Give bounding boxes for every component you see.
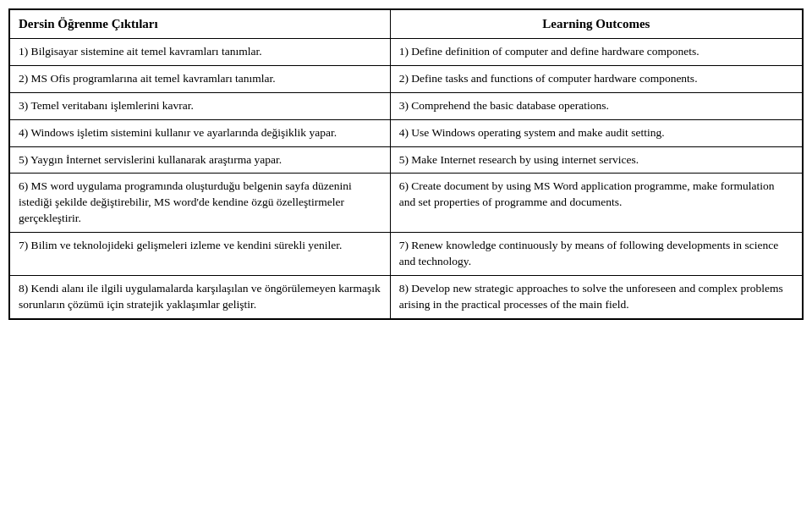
row-6-right: 6) Create document by using MS Word appl… xyxy=(390,174,803,233)
table-row: 4) Windows işletim sistemini kullanır ve… xyxy=(9,119,803,146)
row-2-left: 2) MS Ofis programlarına ait temel kavra… xyxy=(9,65,390,92)
row-7-left: 7) Bilim ve teknolojideki gelişmeleri iz… xyxy=(9,233,390,276)
row-6-left: 6) MS word uygulama programında oluşturd… xyxy=(9,174,390,233)
row-2-right: 2) Define tasks and functions of compute… xyxy=(390,65,803,92)
table-row: 8) Kendi alanı ile ilgili uygulamalarda … xyxy=(9,275,803,318)
table-row: 5) Yaygın İnternet servislerini kullanar… xyxy=(9,146,803,174)
row-8-right: 8) Develop new strategic approaches to s… xyxy=(390,275,803,318)
row-4-left: 4) Windows işletim sistemini kullanır ve… xyxy=(9,119,390,146)
row-3-right: 3) Comprehend the basic database operati… xyxy=(390,92,803,119)
row-7-right: 7) Renew knowledge continuously by means… xyxy=(390,233,803,276)
row-1-left: 1) Bilgisayar sistemine ait temel kavram… xyxy=(9,39,390,66)
learning-outcomes-table: Dersin Öğrenme Çıktıları Learning Outcom… xyxy=(8,8,804,320)
table-row: 6) MS word uygulama programında oluşturd… xyxy=(9,174,803,233)
table-row: 3) Temel veritabanı işlemlerini kavrar.3… xyxy=(9,92,803,119)
table-row: 2) MS Ofis programlarına ait temel kavra… xyxy=(9,65,803,92)
row-5-left: 5) Yaygın İnternet servislerini kullanar… xyxy=(9,146,390,174)
row-5-right: 5) Make Internet research by using inter… xyxy=(390,146,803,174)
table-row: 7) Bilim ve teknolojideki gelişmeleri iz… xyxy=(9,233,803,276)
row-4-right: 4) Use Windows operating system and make… xyxy=(390,119,803,146)
row-1-right: 1) Define definition of computer and def… xyxy=(390,39,803,66)
row-8-left: 8) Kendi alanı ile ilgili uygulamalarda … xyxy=(9,275,390,318)
table-row: 1) Bilgisayar sistemine ait temel kavram… xyxy=(9,39,803,66)
column-header-turkish: Dersin Öğrenme Çıktıları xyxy=(9,9,390,39)
row-3-left: 3) Temel veritabanı işlemlerini kavrar. xyxy=(9,92,390,119)
column-header-english: Learning Outcomes xyxy=(390,9,803,39)
